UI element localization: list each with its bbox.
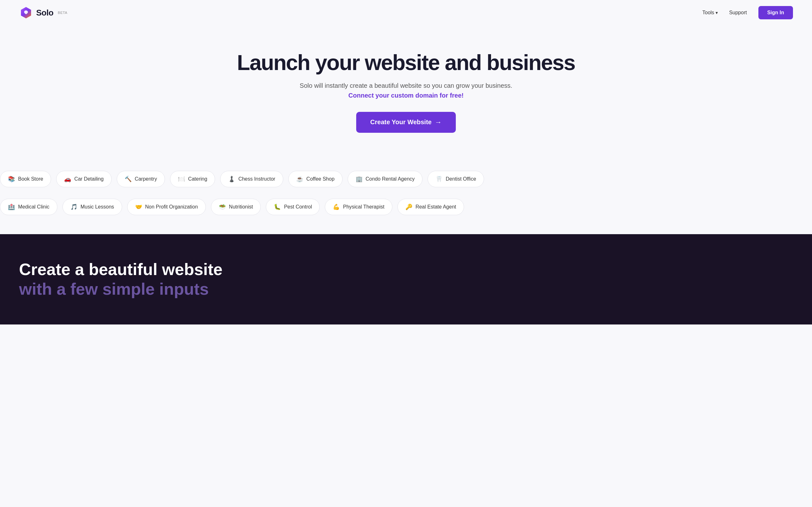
sign-in-button[interactable]: Sign In (758, 6, 793, 19)
hero-title: Launch your website and business (6, 51, 806, 74)
chip-icon: 💪 (333, 204, 340, 210)
carousel-row-2: 🏥Medical Clinic🎵Music Lessons🤝Non Profit… (0, 195, 812, 218)
chip-nutritionist[interactable]: 🥗Nutritionist (211, 199, 261, 215)
chip-non-profit-organization[interactable]: 🤝Non Profit Organization (127, 199, 206, 215)
chip-icon: 🚗 (64, 176, 71, 182)
chip-icon: 🥗 (219, 204, 226, 210)
chip-icon: 🤝 (135, 204, 142, 210)
logo-text: Solo (36, 8, 53, 18)
chip-pest-control[interactable]: 🐛Pest Control (266, 199, 320, 215)
chip-icon: ☕ (296, 176, 303, 182)
chip-real-estate-agent[interactable]: 🔑Real Estate Agent (397, 199, 464, 215)
chip-icon: 🍽️ (178, 176, 185, 182)
chip-coffee-shop[interactable]: ☕Coffee Shop (288, 171, 343, 187)
chip-icon: 🔨 (125, 176, 132, 182)
beta-badge: BETA (58, 11, 67, 14)
chip-icon: 📚 (8, 176, 15, 182)
hero-domain-link[interactable]: Connect your custom domain for free! (6, 92, 806, 99)
chip-physical-therapist[interactable]: 💪Physical Therapist (325, 199, 392, 215)
logo-area: Solo BETA (19, 6, 67, 20)
chip-icon: 🏢 (356, 176, 362, 182)
chip-car-detailing[interactable]: 🚗Car Detailing (56, 171, 111, 187)
chip-carpentry[interactable]: 🔨Carpentry (117, 171, 165, 187)
header: Solo BETA Tools Support Sign In (0, 0, 812, 25)
chip-music-lessons[interactable]: 🎵Music Lessons (62, 199, 122, 215)
hero-section: Launch your website and business Solo wi… (0, 25, 812, 152)
tools-nav-link[interactable]: Tools (702, 10, 717, 15)
carousel-section: 📚Book Store🚗Car Detailing🔨Carpentry🍽️Cat… (0, 152, 812, 225)
chip-condo-rental-agency[interactable]: 🏢Condo Rental Agency (348, 171, 423, 187)
cta-arrow-icon: → (435, 118, 442, 126)
dark-title: Create a beautiful website (19, 260, 241, 279)
chip-catering[interactable]: 🍽️Catering (170, 171, 215, 187)
chip-icon: 🐛 (274, 204, 281, 210)
chip-icon: 🦷 (436, 176, 443, 182)
tools-chevron-icon (716, 10, 718, 15)
chip-medical-clinic[interactable]: 🏥Medical Clinic (0, 199, 57, 215)
chip-icon: ♟️ (228, 176, 235, 182)
support-nav-link[interactable]: Support (729, 10, 747, 15)
chip-icon: 🏥 (8, 204, 15, 210)
chip-chess-instructor[interactable]: ♟️Chess Instructor (220, 171, 283, 187)
chip-icon: 🔑 (405, 204, 412, 210)
chip-dentist-office[interactable]: 🦷Dentist Office (427, 171, 484, 187)
hero-subtitle: Solo will instantly create a beautiful w… (6, 82, 806, 89)
carousel-row-1: 📚Book Store🚗Car Detailing🔨Carpentry🍽️Cat… (0, 168, 812, 190)
create-website-button[interactable]: Create Your Website → (356, 112, 455, 133)
solo-logo-icon (19, 6, 33, 20)
dark-subtitle: with a few simple inputs (19, 279, 241, 299)
chip-book-store[interactable]: 📚Book Store (0, 171, 51, 187)
nav-right: Tools Support Sign In (702, 6, 793, 19)
dark-section: Create a beautiful website with a few si… (0, 234, 812, 325)
chip-icon: 🎵 (70, 204, 78, 210)
